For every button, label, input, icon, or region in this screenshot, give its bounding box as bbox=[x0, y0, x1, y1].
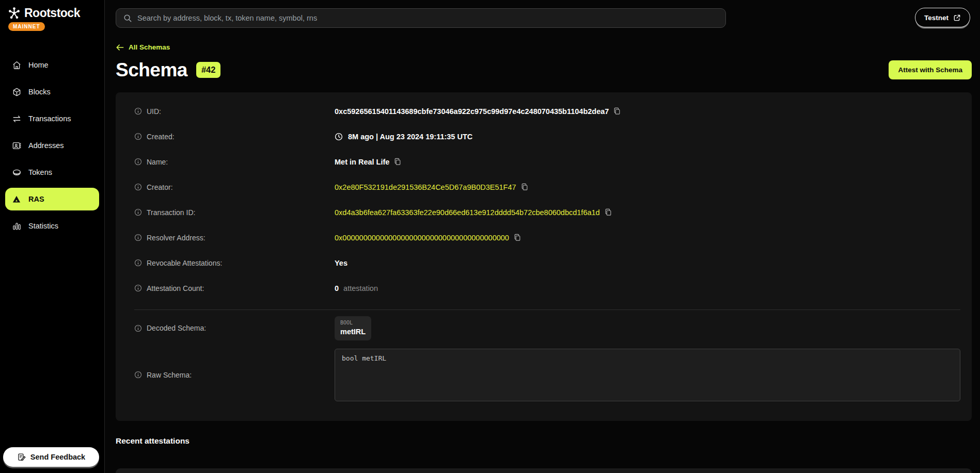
detail-row-uid: UID: 0xc59265615401143689cbfe73046a922c9… bbox=[134, 104, 960, 119]
detail-label-text: Revocable Attestations: bbox=[147, 259, 222, 267]
transaction-id-link[interactable]: 0xd4a3b6fea627fa63363fe22e90d66ed613e912… bbox=[335, 208, 600, 217]
copy-icon[interactable] bbox=[613, 107, 621, 115]
detail-label: UID: bbox=[134, 107, 335, 116]
uid-value: 0xc59265615401143689cbfe73046a922c975c99… bbox=[335, 107, 609, 116]
detail-label: Resolver Address: bbox=[134, 234, 335, 242]
copy-icon[interactable] bbox=[521, 183, 528, 191]
sidebar-item-label: Home bbox=[28, 61, 49, 69]
page-content: All Schemas Schema #42 Attest with Schem… bbox=[105, 36, 980, 473]
back-to-all-schemas-link[interactable]: All Schemas bbox=[116, 43, 170, 51]
detail-label: Revocable Attestations: bbox=[134, 259, 335, 267]
created-value: 8M ago | Aug 23 2024 19:11:35 UTC bbox=[348, 133, 472, 141]
name-value: Met in Real Life bbox=[335, 158, 389, 166]
info-icon bbox=[134, 208, 142, 216]
bar-chart-icon bbox=[11, 221, 22, 231]
sidebar-item-blocks[interactable]: Blocks bbox=[5, 80, 99, 103]
raw-schema-textarea[interactable]: bool metIRL bbox=[335, 349, 960, 401]
attestation-count-value: 0 bbox=[335, 284, 339, 292]
copy-icon[interactable] bbox=[514, 234, 521, 241]
send-feedback-button[interactable]: Send Feedback bbox=[3, 447, 99, 467]
detail-row-raw-schema: Raw Schema: bool metIRL bbox=[134, 349, 960, 401]
panel-divider bbox=[134, 309, 960, 310]
detail-label-text: Creator: bbox=[147, 183, 173, 191]
sidebar-item-label: Addresses bbox=[28, 141, 64, 150]
recent-attestations-heading: Recent attestations bbox=[116, 436, 972, 446]
field-name: metIRL bbox=[340, 328, 366, 336]
back-link-label: All Schemas bbox=[129, 43, 170, 51]
id-card-icon bbox=[11, 141, 22, 151]
sidebar-item-home[interactable]: Home bbox=[5, 54, 99, 76]
detail-row-created: Created: 8M ago | Aug 23 2024 19:11:35 U… bbox=[134, 129, 960, 144]
detail-label-text: Resolver Address: bbox=[147, 234, 206, 242]
attest-with-schema-button[interactable]: Attest with Schema bbox=[889, 60, 972, 79]
info-icon bbox=[134, 183, 142, 191]
detail-value: 0x2e80F532191de291536B24Ce5D67a9B0D3E51F… bbox=[335, 183, 528, 191]
rootstock-logo[interactable]: Rootstock bbox=[7, 6, 97, 20]
logo-area: Rootstock MAINNET bbox=[0, 0, 104, 31]
info-icon bbox=[134, 234, 142, 241]
external-link-icon bbox=[953, 14, 961, 22]
revocable-value: Yes bbox=[335, 259, 347, 267]
page-title: Schema bbox=[116, 59, 187, 81]
send-feedback-label: Send Feedback bbox=[30, 453, 85, 461]
home-icon bbox=[11, 60, 22, 70]
detail-label: Name: bbox=[134, 158, 335, 166]
sidebar-nav: Home Blocks Transactions Addresses Token… bbox=[0, 54, 104, 237]
copy-icon[interactable] bbox=[605, 208, 612, 216]
creator-address-link[interactable]: 0x2e80F532191de291536B24Ce5D67a9B0D3E51F… bbox=[335, 183, 516, 191]
detail-value: 0xd4a3b6fea627fa63363fe22e90d66ed613e912… bbox=[335, 208, 612, 217]
resolver-address-link[interactable]: 0x00000000000000000000000000000000000000… bbox=[335, 234, 509, 242]
main-area: Testnet All Schemas Schema #42 Attest wi… bbox=[105, 0, 980, 473]
search-bar bbox=[116, 8, 726, 28]
attestations-table-header: UID Schema From To Type Date Time (UTC) bbox=[116, 468, 972, 473]
detail-row-revocable: Revocable Attestations: Yes bbox=[134, 255, 960, 271]
info-icon bbox=[134, 371, 142, 379]
feedback-pencil-icon bbox=[17, 453, 26, 462]
detail-value: 0xc59265615401143689cbfe73046a922c975c99… bbox=[335, 107, 621, 116]
coin-icon bbox=[11, 168, 22, 177]
sidebar-item-addresses[interactable]: Addresses bbox=[5, 134, 99, 157]
detail-value: 8M ago | Aug 23 2024 19:11:35 UTC bbox=[335, 133, 472, 141]
attestation-triangle-icon bbox=[11, 194, 22, 204]
copy-icon[interactable] bbox=[394, 158, 401, 166]
detail-value: 0 attestation bbox=[335, 284, 378, 292]
sidebar-item-label: Tokens bbox=[28, 168, 52, 176]
sidebar: Rootstock MAINNET Home Blocks Transactio… bbox=[0, 0, 105, 473]
info-icon bbox=[134, 324, 142, 332]
sidebar-item-ras[interactable]: RAS bbox=[5, 188, 99, 210]
info-icon bbox=[134, 284, 142, 292]
sidebar-item-statistics[interactable]: Statistics bbox=[5, 215, 99, 237]
detail-label-text: Transaction ID: bbox=[147, 208, 195, 217]
search-input[interactable] bbox=[137, 14, 718, 22]
sidebar-item-tokens[interactable]: Tokens bbox=[5, 161, 99, 184]
detail-label: Attestation Count: bbox=[134, 284, 335, 292]
field-type: BOOL bbox=[340, 320, 366, 325]
sidebar-item-label: Transactions bbox=[28, 115, 71, 123]
decoded-schema-chip: BOOL metIRL bbox=[335, 316, 371, 340]
detail-row-attestation-count: Attestation Count: 0 attestation bbox=[134, 281, 960, 296]
clock-icon bbox=[335, 133, 343, 141]
testnet-label: Testnet bbox=[924, 14, 949, 22]
rootstock-logo-icon bbox=[7, 6, 21, 20]
detail-row-name: Name: Met in Real Life bbox=[134, 154, 960, 170]
detail-row-resolver-address: Resolver Address: 0x00000000000000000000… bbox=[134, 230, 960, 246]
title-row: Schema #42 Attest with Schema bbox=[116, 59, 972, 81]
detail-label: Creator: bbox=[134, 183, 335, 191]
attestation-count-suffix: attestation bbox=[343, 284, 378, 292]
schema-id-badge: #42 bbox=[196, 62, 221, 78]
sidebar-item-transactions[interactable]: Transactions bbox=[5, 107, 99, 130]
schema-details-panel: UID: 0xc59265615401143689cbfe73046a922c9… bbox=[116, 92, 972, 421]
info-icon bbox=[134, 107, 142, 115]
detail-label-text: UID: bbox=[147, 107, 161, 116]
detail-label: Raw Schema: bbox=[134, 371, 335, 379]
cube-icon bbox=[11, 87, 22, 97]
detail-label-text: Created: bbox=[147, 133, 175, 141]
search-icon bbox=[123, 14, 132, 23]
sidebar-item-label: RAS bbox=[28, 195, 44, 203]
sidebar-item-label: Blocks bbox=[28, 88, 51, 96]
testnet-switch-button[interactable]: Testnet bbox=[915, 8, 970, 27]
network-badge: MAINNET bbox=[8, 22, 45, 31]
info-icon bbox=[134, 259, 142, 267]
top-bar: Testnet bbox=[105, 0, 980, 36]
detail-row-decoded-schema: Decoded Schema: BOOL metIRL bbox=[134, 316, 960, 340]
